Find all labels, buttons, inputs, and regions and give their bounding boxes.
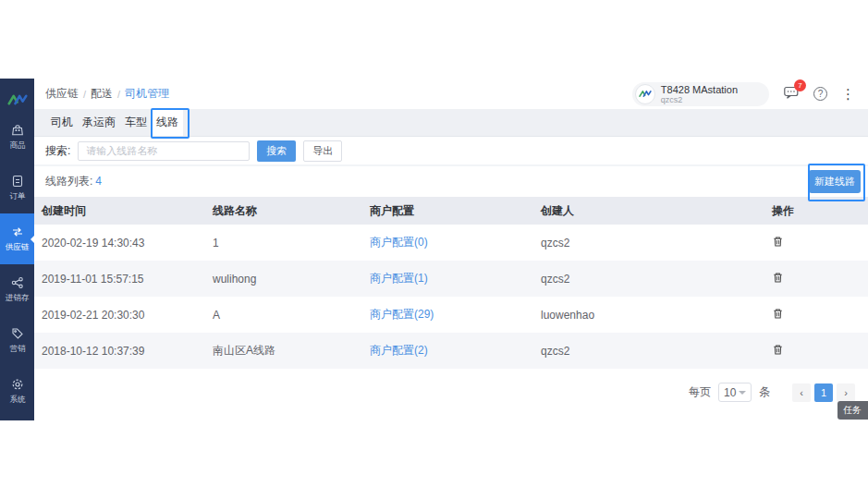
sidebar-item-label: 营销 xyxy=(9,343,25,354)
cell-created: 2018-10-12 10:37:39 xyxy=(34,333,205,369)
cell-created: 2019-11-01 15:57:15 xyxy=(34,261,205,297)
routes-table: 创建时间 线路名称 商户配置 创建人 操作 2020-02-19 14:30:4… xyxy=(34,197,868,369)
pagination: 每页 10 条 ‹ 1 › xyxy=(34,369,868,402)
search-input[interactable] xyxy=(78,141,250,161)
table-row: 2019-02-21 20:30:30 A 商户配置(29) luowenhao xyxy=(34,297,868,333)
list-title: 线路列表:4 xyxy=(45,174,102,189)
create-route-button[interactable]: 新建线路 xyxy=(809,170,861,193)
list-header: 线路列表:4 新建线路 xyxy=(34,166,868,197)
trash-icon xyxy=(772,235,784,250)
breadcrumb-separator: / xyxy=(117,89,120,100)
trash-icon xyxy=(772,343,784,359)
cell-route-name: 1 xyxy=(205,225,362,261)
column-created-time: 创建时间 xyxy=(34,197,205,225)
help-button[interactable]: ? xyxy=(813,87,827,101)
user-name: T8428 MAstation xyxy=(661,84,738,95)
main-content: 供应链 / 配送 / 司机管理 T8428 MAstation xyxy=(34,79,868,420)
topbar: 供应链 / 配送 / 司机管理 T8428 MAstation xyxy=(34,79,868,109)
breadcrumb-driver-management[interactable]: 司机管理 xyxy=(125,86,169,102)
cell-creator: qzcs2 xyxy=(533,225,764,261)
topbar-actions: T8428 MAstation qzcs2 7 xyxy=(632,82,855,106)
merchant-config-link[interactable]: 商户配置(2) xyxy=(370,344,428,357)
search-button[interactable]: 搜索 xyxy=(257,140,296,162)
cell-created: 2019-02-21 20:30:30 xyxy=(34,297,205,333)
delete-button[interactable] xyxy=(772,271,784,286)
cell-route-name: A xyxy=(205,297,362,333)
merchant-config-link[interactable]: 商户配置(0) xyxy=(370,236,428,249)
cell-creator: luowenhao xyxy=(533,297,764,333)
network-icon xyxy=(10,275,25,290)
tab-vehicle-type[interactable]: 车型 xyxy=(120,109,152,136)
sidebar-item-label: 订单 xyxy=(9,190,25,201)
sidebar-item-products[interactable]: 商品 xyxy=(0,112,34,163)
tab-bar: 司机 承运商 车型 线路 xyxy=(34,109,868,137)
list-title-text: 线路列表: xyxy=(45,175,92,188)
column-merchant-config: 商户配置 xyxy=(362,197,533,225)
brand-logo-icon xyxy=(7,88,28,112)
cell-route-name: wulihong xyxy=(205,261,362,297)
gear-icon xyxy=(10,377,25,392)
column-route-name: 线路名称 xyxy=(205,197,362,225)
prev-page-button[interactable]: ‹ xyxy=(792,383,811,402)
search-bar: 搜索: 搜索 导出 xyxy=(34,137,868,164)
tag-icon xyxy=(10,326,25,341)
sidebar-item-marketing[interactable]: 营销 xyxy=(0,315,34,366)
tab-carrier[interactable]: 承运商 xyxy=(78,109,120,136)
trash-icon xyxy=(772,307,784,323)
sidebar: 商品 订单 供应链 xyxy=(0,79,34,420)
page-1-button[interactable]: 1 xyxy=(814,383,833,402)
user-account-menu[interactable]: T8428 MAstation qzcs2 xyxy=(632,82,769,106)
page-buttons: ‹ 1 › xyxy=(789,383,855,402)
trash-icon xyxy=(772,271,784,286)
supply-chain-icon xyxy=(10,225,25,239)
breadcrumb-supply-chain[interactable]: 供应链 xyxy=(45,86,79,102)
chevron-down-icon xyxy=(739,391,746,395)
bag-icon xyxy=(10,123,25,138)
breadcrumb: 供应链 / 配送 / 司机管理 xyxy=(45,86,169,102)
sidebar-item-label: 商品 xyxy=(9,140,25,151)
cell-created: 2020-02-19 14:30:43 xyxy=(34,225,205,261)
breadcrumb-separator: / xyxy=(83,89,86,100)
avatar xyxy=(635,84,655,104)
table-header-row: 创建时间 线路名称 商户配置 创建人 操作 xyxy=(34,197,868,225)
tab-driver[interactable]: 司机 xyxy=(46,109,78,136)
tab-route[interactable]: 线路 xyxy=(152,109,183,136)
sidebar-item-inventory[interactable]: 进销存 xyxy=(0,264,34,315)
sidebar-item-supply-chain[interactable]: 供应链 xyxy=(0,213,34,264)
table-row: 2019-11-01 15:57:15 wulihong 商户配置(1) qzc… xyxy=(34,261,868,297)
sidebar-item-label: 进销存 xyxy=(6,292,30,303)
export-button[interactable]: 导出 xyxy=(303,140,342,162)
table-row: 2018-10-12 10:37:39 南山区A线路 商户配置(2) qzcs2 xyxy=(34,333,868,369)
breadcrumb-delivery[interactable]: 配送 xyxy=(91,86,113,102)
more-menu-button[interactable]: ⋮ xyxy=(841,87,855,101)
sidebar-item-label: 系统 xyxy=(9,394,25,405)
cell-creator: qzcs2 xyxy=(533,333,764,369)
sidebar-item-orders[interactable]: 订单 xyxy=(0,163,34,213)
table-row: 2020-02-19 14:30:43 1 商户配置(0) qzcs2 xyxy=(34,225,868,261)
task-panel-tab[interactable]: 任务 xyxy=(837,401,868,420)
sidebar-item-system[interactable]: 系统 xyxy=(0,366,34,417)
cell-creator: qzcs2 xyxy=(533,261,764,297)
per-page-label: 每页 xyxy=(689,384,711,400)
page-size-value: 10 xyxy=(724,386,736,399)
search-label: 搜索: xyxy=(45,143,70,159)
unit-label: 条 xyxy=(759,384,770,400)
merchant-config-link[interactable]: 商户配置(1) xyxy=(370,272,428,285)
notification-badge: 7 xyxy=(794,79,806,91)
column-actions: 操作 xyxy=(764,197,868,225)
list-count: 4 xyxy=(95,175,102,188)
vertical-ellipsis-icon: ⋮ xyxy=(841,87,855,101)
user-account: qzcs2 xyxy=(661,95,738,104)
document-icon xyxy=(10,174,25,189)
next-page-button[interactable]: › xyxy=(837,383,855,402)
help-icon: ? xyxy=(813,87,827,101)
delete-button[interactable] xyxy=(772,307,784,323)
delete-button[interactable] xyxy=(772,235,784,250)
messages-button[interactable]: 7 xyxy=(783,85,800,103)
delete-button[interactable] xyxy=(772,343,784,359)
app-window: 商品 订单 供应链 xyxy=(0,79,868,420)
column-creator: 创建人 xyxy=(533,197,764,225)
cell-route-name: 南山区A线路 xyxy=(205,333,362,369)
page-size-select[interactable]: 10 xyxy=(718,383,752,402)
merchant-config-link[interactable]: 商户配置(29) xyxy=(370,308,434,321)
